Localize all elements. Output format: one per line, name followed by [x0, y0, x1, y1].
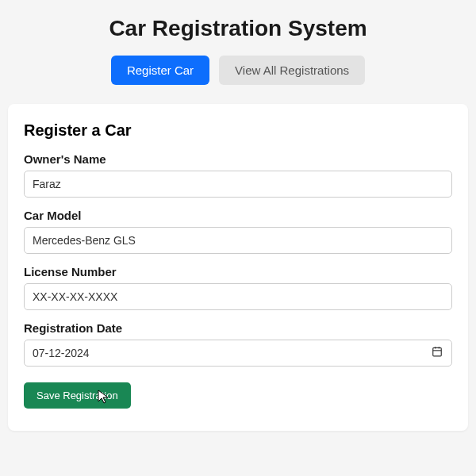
license-number-label: License Number [24, 265, 452, 278]
registration-date-input[interactable] [24, 340, 452, 367]
form-heading: Register a Car [24, 121, 452, 140]
tabs-container: Register Car View All Registrations [8, 56, 468, 85]
car-model-label: Car Model [24, 209, 452, 222]
car-model-input[interactable] [24, 227, 452, 254]
license-number-input[interactable] [24, 283, 452, 310]
registration-form-card: Register a Car Owner's Name Car Model Li… [8, 104, 468, 431]
owner-name-input[interactable] [24, 171, 452, 198]
registration-date-label: Registration Date [24, 321, 452, 335]
tab-view-all-registrations[interactable]: View All Registrations [219, 56, 365, 85]
tab-register-car[interactable]: Register Car [111, 56, 209, 85]
owner-name-label: Owner's Name [24, 152, 452, 166]
page-title: Car Registration System [8, 16, 468, 41]
save-registration-button[interactable]: Save Registration [24, 382, 131, 409]
